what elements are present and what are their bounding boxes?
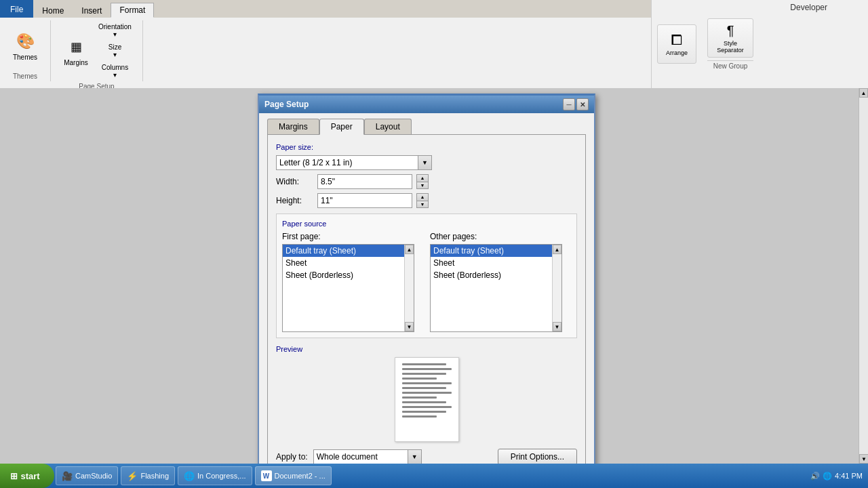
paper-size-row: Letter (8 1/2 x 11 in) A4 Legal ▼ xyxy=(276,155,577,170)
width-spin-down[interactable]: ▼ xyxy=(416,182,429,190)
arrange-icon: ⧠ xyxy=(670,33,684,48)
scroll-up-btn[interactable]: ▲ xyxy=(553,245,561,254)
taskbar-right: 🔊 🌐 4:41 PM xyxy=(810,472,868,481)
developer-label: Developer xyxy=(790,3,827,12)
scroll-down-btn[interactable]: ▼ xyxy=(553,322,561,331)
paper-source-label: Paper source xyxy=(282,220,571,228)
themes-button[interactable]: 🎨 Themes xyxy=(8,26,42,66)
preview-line xyxy=(402,406,452,408)
preview-line xyxy=(402,411,447,413)
list-item[interactable]: Sheet (Borderless) xyxy=(431,269,561,281)
start-icon: ⊞ xyxy=(10,471,18,481)
taskbar-item-flashing[interactable]: ⚡ Flashing xyxy=(121,466,175,485)
style-separator-group: ¶ StyleSeparator New Group xyxy=(707,18,753,70)
flashing-icon: ⚡ xyxy=(127,470,138,481)
width-input[interactable] xyxy=(317,174,412,189)
height-spin-down[interactable]: ▼ xyxy=(416,201,429,209)
minimize-button[interactable]: ─ xyxy=(563,98,575,110)
tab-home[interactable]: Home xyxy=(33,3,73,18)
ribbon-right-area: Developer ⧠ Arrange ¶ StyleSeparator New… xyxy=(651,0,868,88)
paper-tab-content: Paper size: Letter (8 1/2 x 11 in) A4 Le… xyxy=(267,134,586,488)
first-page-scrollbar[interactable]: ▲ ▼ xyxy=(404,245,414,331)
tab-margins[interactable]: Margins xyxy=(267,119,319,135)
taskbar-item-document[interactable]: W Document2 - ... xyxy=(255,466,332,485)
paper-source-columns: First page: Default tray (Sheet) Sheet S… xyxy=(282,232,571,332)
margins-icon: ▦ xyxy=(65,36,87,58)
width-label: Width: xyxy=(276,177,313,186)
apply-to-select[interactable]: Whole document This section This point f… xyxy=(313,449,408,464)
list-item[interactable]: Sheet xyxy=(283,257,414,269)
columns-button[interactable]: Columns ▾ xyxy=(96,62,134,80)
tab-paper[interactable]: Paper xyxy=(319,119,364,135)
dialog-tabs: Margins Paper Layout xyxy=(267,119,586,135)
apply-to-dropdown-icon[interactable]: ▼ xyxy=(408,449,422,464)
document-area: Page Setup ─ ✕ Margins Paper Layout xyxy=(0,88,868,464)
height-row: Height: ▲ ▼ xyxy=(276,193,577,208)
margins-button[interactable]: ▦ Margins xyxy=(59,30,93,71)
scroll-bottom-btn[interactable]: ▼ xyxy=(859,454,868,464)
list-item[interactable]: Default tray (Sheet) xyxy=(283,245,414,257)
scroll-down-btn[interactable]: ▼ xyxy=(405,322,414,331)
ribbon: File Home Insert Format 🎨 Themes Themes xyxy=(0,0,868,88)
paper-size-dropdown-icon[interactable]: ▼ xyxy=(418,155,432,170)
paper-size-section-label: Paper size: xyxy=(276,143,577,151)
paper-size-select-wrapper: Letter (8 1/2 x 11 in) A4 Legal ▼ xyxy=(276,155,432,170)
first-page-label: First page: xyxy=(282,232,423,241)
other-pages-listbox[interactable]: Default tray (Sheet) Sheet Sheet (Border… xyxy=(430,244,562,332)
close-button[interactable]: ✕ xyxy=(576,98,589,110)
taskbar-item-camstudio[interactable]: 🎥 CamStudio xyxy=(56,466,118,485)
size-button[interactable]: Size ▾ xyxy=(96,42,134,60)
height-input[interactable] xyxy=(317,193,412,208)
other-pages-label: Other pages: xyxy=(430,232,571,241)
taskbar: ⊞ start 🎥 CamStudio ⚡ Flashing 🌐 In Cong… xyxy=(0,464,868,488)
tab-insert[interactable]: Insert xyxy=(73,3,111,18)
preview-line xyxy=(402,373,447,375)
orientation-button[interactable]: Orientation ▾ xyxy=(96,22,134,39)
tab-file[interactable]: File xyxy=(0,0,33,18)
camstudio-icon: 🎥 xyxy=(62,470,73,481)
paper-source-section: Paper source First page: Default tray (S… xyxy=(276,214,577,338)
style-separator-icon: ¶ xyxy=(727,23,734,39)
tab-format[interactable]: Format xyxy=(111,3,154,18)
list-item[interactable]: Sheet (Borderless) xyxy=(283,269,414,281)
scroll-thumb xyxy=(859,98,868,454)
width-spin-up[interactable]: ▲ xyxy=(416,174,429,182)
paper-size-select[interactable]: Letter (8 1/2 x 11 in) A4 Legal xyxy=(276,155,418,170)
list-item[interactable]: Default tray (Sheet) xyxy=(431,245,561,257)
apply-to-label: Apply to: xyxy=(276,452,308,462)
preview-line xyxy=(402,415,437,418)
preview-line xyxy=(402,382,452,384)
other-pages-scrollbar[interactable]: ▲ ▼ xyxy=(552,245,561,331)
doc-scrollbar[interactable]: ▲ ▼ xyxy=(859,88,868,464)
height-spin-up[interactable]: ▲ xyxy=(416,193,429,201)
print-options-button[interactable]: Print Options... xyxy=(498,449,577,465)
width-spinner[interactable]: ▲ ▼ xyxy=(416,174,429,189)
apply-to-select-wrapper: Whole document This section This point f… xyxy=(313,449,422,464)
dialog-bottom-row: Apply to: Whole document This section Th… xyxy=(276,449,577,465)
style-separator-button[interactable]: ¶ StyleSeparator xyxy=(707,18,753,58)
tray-icon-network: 🌐 xyxy=(823,472,832,481)
start-button[interactable]: ⊞ start xyxy=(0,464,54,488)
list-item[interactable]: Sheet xyxy=(431,257,561,269)
height-spinner[interactable]: ▲ ▼ xyxy=(416,193,429,208)
arrange-group: ⧠ Arrange xyxy=(657,24,696,64)
first-page-listbox[interactable]: Default tray (Sheet) Sheet Sheet (Border… xyxy=(282,244,414,332)
preview-line xyxy=(402,392,452,394)
page-setup-dialog: Page Setup ─ ✕ Margins Paper Layout xyxy=(258,94,595,488)
preview-line xyxy=(402,378,437,380)
taskbar-item-congress[interactable]: 🌐 In Congress,... xyxy=(178,466,252,485)
first-page-col: First page: Default tray (Sheet) Sheet S… xyxy=(282,232,423,332)
preview-section: Preview xyxy=(276,345,577,442)
congress-icon: 🌐 xyxy=(184,470,195,481)
tab-layout[interactable]: Layout xyxy=(364,119,412,135)
scroll-track xyxy=(553,254,561,322)
arrange-button[interactable]: ⧠ Arrange xyxy=(657,24,696,64)
scroll-up-btn[interactable]: ▲ xyxy=(405,245,414,254)
scroll-top-btn[interactable]: ▲ xyxy=(859,88,868,98)
word-icon: W xyxy=(261,470,272,481)
clock: 4:41 PM xyxy=(835,472,863,480)
ribbon-group-page-setup: ▦ Margins Orientation ▾ Size ▾ Columns ▾… xyxy=(56,20,143,81)
preview-line xyxy=(402,368,452,370)
titlebar-buttons: ─ ✕ xyxy=(563,98,589,110)
scroll-track xyxy=(405,254,414,322)
